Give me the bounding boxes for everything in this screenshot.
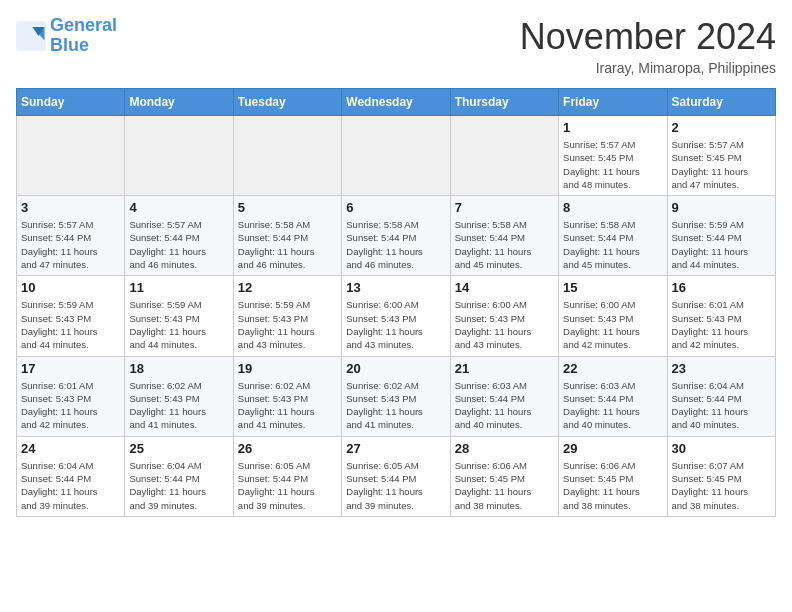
day-info: Sunrise: 6:02 AM Sunset: 5:43 PM Dayligh… [346, 379, 445, 432]
day-number: 21 [455, 361, 554, 376]
day-info: Sunrise: 6:04 AM Sunset: 5:44 PM Dayligh… [21, 459, 120, 512]
calendar-cell: 3Sunrise: 5:57 AM Sunset: 5:44 PM Daylig… [17, 196, 125, 276]
calendar-cell: 24Sunrise: 6:04 AM Sunset: 5:44 PM Dayli… [17, 436, 125, 516]
day-number: 7 [455, 200, 554, 215]
day-number: 10 [21, 280, 120, 295]
day-info: Sunrise: 6:01 AM Sunset: 5:43 PM Dayligh… [21, 379, 120, 432]
month-title: November 2024 [520, 16, 776, 58]
calendar-cell [17, 116, 125, 196]
day-number: 24 [21, 441, 120, 456]
calendar-cell: 18Sunrise: 6:02 AM Sunset: 5:43 PM Dayli… [125, 356, 233, 436]
calendar-cell: 7Sunrise: 5:58 AM Sunset: 5:44 PM Daylig… [450, 196, 558, 276]
day-info: Sunrise: 6:03 AM Sunset: 5:44 PM Dayligh… [563, 379, 662, 432]
calendar-cell: 22Sunrise: 6:03 AM Sunset: 5:44 PM Dayli… [559, 356, 667, 436]
calendar-cell: 1Sunrise: 5:57 AM Sunset: 5:45 PM Daylig… [559, 116, 667, 196]
day-info: Sunrise: 5:58 AM Sunset: 5:44 PM Dayligh… [455, 218, 554, 271]
day-number: 18 [129, 361, 228, 376]
day-number: 30 [672, 441, 771, 456]
calendar-cell: 29Sunrise: 6:06 AM Sunset: 5:45 PM Dayli… [559, 436, 667, 516]
day-number: 17 [21, 361, 120, 376]
calendar-header: Sunday Monday Tuesday Wednesday Thursday… [17, 89, 776, 116]
day-info: Sunrise: 5:59 AM Sunset: 5:43 PM Dayligh… [238, 298, 337, 351]
day-info: Sunrise: 5:57 AM Sunset: 5:45 PM Dayligh… [563, 138, 662, 191]
day-number: 4 [129, 200, 228, 215]
logo: General Blue [16, 16, 117, 56]
calendar-cell: 19Sunrise: 6:02 AM Sunset: 5:43 PM Dayli… [233, 356, 341, 436]
day-number: 20 [346, 361, 445, 376]
day-number: 12 [238, 280, 337, 295]
calendar-table: Sunday Monday Tuesday Wednesday Thursday… [16, 88, 776, 517]
day-info: Sunrise: 6:04 AM Sunset: 5:44 PM Dayligh… [672, 379, 771, 432]
day-number: 3 [21, 200, 120, 215]
calendar-cell [450, 116, 558, 196]
day-info: Sunrise: 5:59 AM Sunset: 5:43 PM Dayligh… [129, 298, 228, 351]
calendar-cell: 9Sunrise: 5:59 AM Sunset: 5:44 PM Daylig… [667, 196, 775, 276]
day-number: 8 [563, 200, 662, 215]
day-info: Sunrise: 5:57 AM Sunset: 5:44 PM Dayligh… [21, 218, 120, 271]
title-block: November 2024 Iraray, Mimaropa, Philippi… [520, 16, 776, 76]
col-tuesday: Tuesday [233, 89, 341, 116]
calendar-cell [233, 116, 341, 196]
day-number: 29 [563, 441, 662, 456]
day-info: Sunrise: 5:59 AM Sunset: 5:43 PM Dayligh… [21, 298, 120, 351]
day-number: 11 [129, 280, 228, 295]
col-wednesday: Wednesday [342, 89, 450, 116]
col-monday: Monday [125, 89, 233, 116]
day-number: 26 [238, 441, 337, 456]
logo-text: General Blue [50, 16, 117, 56]
col-saturday: Saturday [667, 89, 775, 116]
day-info: Sunrise: 6:05 AM Sunset: 5:44 PM Dayligh… [238, 459, 337, 512]
day-info: Sunrise: 6:06 AM Sunset: 5:45 PM Dayligh… [455, 459, 554, 512]
day-number: 19 [238, 361, 337, 376]
day-info: Sunrise: 6:06 AM Sunset: 5:45 PM Dayligh… [563, 459, 662, 512]
calendar-week-2: 3Sunrise: 5:57 AM Sunset: 5:44 PM Daylig… [17, 196, 776, 276]
calendar-week-1: 1Sunrise: 5:57 AM Sunset: 5:45 PM Daylig… [17, 116, 776, 196]
day-info: Sunrise: 6:00 AM Sunset: 5:43 PM Dayligh… [455, 298, 554, 351]
day-info: Sunrise: 5:58 AM Sunset: 5:44 PM Dayligh… [238, 218, 337, 271]
calendar-cell: 27Sunrise: 6:05 AM Sunset: 5:44 PM Dayli… [342, 436, 450, 516]
day-info: Sunrise: 5:58 AM Sunset: 5:44 PM Dayligh… [346, 218, 445, 271]
day-info: Sunrise: 5:57 AM Sunset: 5:44 PM Dayligh… [129, 218, 228, 271]
day-number: 27 [346, 441, 445, 456]
day-info: Sunrise: 6:07 AM Sunset: 5:45 PM Dayligh… [672, 459, 771, 512]
day-info: Sunrise: 6:03 AM Sunset: 5:44 PM Dayligh… [455, 379, 554, 432]
col-friday: Friday [559, 89, 667, 116]
day-number: 22 [563, 361, 662, 376]
day-number: 1 [563, 120, 662, 135]
calendar-cell: 10Sunrise: 5:59 AM Sunset: 5:43 PM Dayli… [17, 276, 125, 356]
calendar-cell: 13Sunrise: 6:00 AM Sunset: 5:43 PM Dayli… [342, 276, 450, 356]
day-info: Sunrise: 6:00 AM Sunset: 5:43 PM Dayligh… [563, 298, 662, 351]
day-number: 9 [672, 200, 771, 215]
calendar-cell: 2Sunrise: 5:57 AM Sunset: 5:45 PM Daylig… [667, 116, 775, 196]
header: General Blue November 2024 Iraray, Mimar… [16, 16, 776, 76]
day-number: 2 [672, 120, 771, 135]
day-number: 23 [672, 361, 771, 376]
col-sunday: Sunday [17, 89, 125, 116]
calendar-cell: 28Sunrise: 6:06 AM Sunset: 5:45 PM Dayli… [450, 436, 558, 516]
page: General Blue November 2024 Iraray, Mimar… [0, 0, 792, 533]
location: Iraray, Mimaropa, Philippines [520, 60, 776, 76]
calendar-week-4: 17Sunrise: 6:01 AM Sunset: 5:43 PM Dayli… [17, 356, 776, 436]
calendar-cell: 26Sunrise: 6:05 AM Sunset: 5:44 PM Dayli… [233, 436, 341, 516]
calendar-cell: 17Sunrise: 6:01 AM Sunset: 5:43 PM Dayli… [17, 356, 125, 436]
calendar-cell: 21Sunrise: 6:03 AM Sunset: 5:44 PM Dayli… [450, 356, 558, 436]
day-info: Sunrise: 6:00 AM Sunset: 5:43 PM Dayligh… [346, 298, 445, 351]
calendar-cell [125, 116, 233, 196]
calendar-cell: 16Sunrise: 6:01 AM Sunset: 5:43 PM Dayli… [667, 276, 775, 356]
calendar-cell: 25Sunrise: 6:04 AM Sunset: 5:44 PM Dayli… [125, 436, 233, 516]
day-info: Sunrise: 6:01 AM Sunset: 5:43 PM Dayligh… [672, 298, 771, 351]
calendar-cell: 8Sunrise: 5:58 AM Sunset: 5:44 PM Daylig… [559, 196, 667, 276]
logo-blue: Blue [50, 35, 89, 55]
header-row: Sunday Monday Tuesday Wednesday Thursday… [17, 89, 776, 116]
day-number: 15 [563, 280, 662, 295]
calendar-cell: 12Sunrise: 5:59 AM Sunset: 5:43 PM Dayli… [233, 276, 341, 356]
logo-general: General [50, 15, 117, 35]
calendar-cell: 14Sunrise: 6:00 AM Sunset: 5:43 PM Dayli… [450, 276, 558, 356]
day-number: 28 [455, 441, 554, 456]
calendar-body: 1Sunrise: 5:57 AM Sunset: 5:45 PM Daylig… [17, 116, 776, 517]
calendar-cell: 30Sunrise: 6:07 AM Sunset: 5:45 PM Dayli… [667, 436, 775, 516]
day-info: Sunrise: 5:58 AM Sunset: 5:44 PM Dayligh… [563, 218, 662, 271]
day-info: Sunrise: 5:57 AM Sunset: 5:45 PM Dayligh… [672, 138, 771, 191]
day-number: 13 [346, 280, 445, 295]
day-number: 14 [455, 280, 554, 295]
